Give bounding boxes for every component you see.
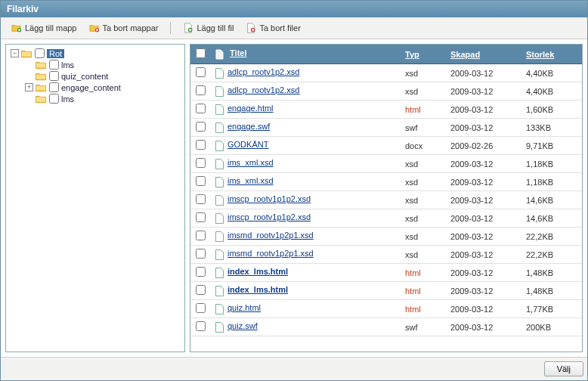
tree-node-checkbox[interactable]: [49, 94, 59, 104]
file-type: xsd: [401, 209, 446, 228]
file-type: xsd: [401, 191, 446, 209]
folder-icon: [36, 94, 47, 104]
file-name-link[interactable]: ims_xml.xsd: [227, 158, 274, 167]
tree-spacer: [25, 94, 33, 103]
file-icon: [215, 231, 224, 242]
table-row[interactable]: quiz.htmlhtml2009-03-121,77KB: [190, 300, 582, 318]
file-list-scroll[interactable]: Titel Typ Skapad Storlek adlcp_rootv1p2.…: [190, 45, 582, 352]
content-area: −Rotlmsquiz_content+engage_contentlms: [1, 39, 587, 357]
file-size: 1,60KB: [521, 101, 582, 119]
header-created[interactable]: Skapad: [446, 45, 521, 64]
tree-node[interactable]: quiz_content: [23, 70, 181, 82]
file-icon: [215, 249, 224, 260]
row-checkbox[interactable]: [196, 122, 206, 132]
table-row[interactable]: index_lms.htmlhtml2009-03-121,48KB: [190, 264, 582, 282]
row-checkbox[interactable]: [196, 267, 206, 277]
header-size[interactable]: Storlek: [521, 45, 582, 64]
tree-node[interactable]: +engage_content: [23, 82, 181, 93]
tree-node-checkbox[interactable]: [49, 71, 59, 81]
select-button[interactable]: Välj: [544, 361, 583, 376]
remove-files-button[interactable]: Ta bort filer: [241, 21, 305, 35]
file-type: xsd: [401, 64, 446, 82]
tree-node-checkbox[interactable]: [49, 60, 59, 70]
row-checkbox[interactable]: [196, 321, 206, 331]
folder-icon: [36, 60, 47, 70]
select-all-checkbox[interactable]: [196, 48, 206, 58]
tree-node[interactable]: lms: [23, 93, 181, 104]
file-name-link[interactable]: adlcp_rootv1p2.xsd: [227, 85, 299, 94]
row-checkbox[interactable]: [196, 303, 206, 313]
file-date: 2009-02-26: [446, 137, 521, 155]
row-checkbox[interactable]: [196, 158, 206, 168]
table-row[interactable]: ims_xml.xsdxsd2009-03-121,18KB: [190, 173, 582, 191]
file-name-link[interactable]: ims_xml.xsd: [227, 176, 274, 185]
table-row[interactable]: ims_xml.xsdxsd2009-03-121,18KB: [190, 155, 582, 173]
toolbar: Lägg till mapp Ta bort mappar Lägg till …: [1, 17, 587, 39]
file-date: 2009-03-12: [446, 318, 521, 336]
remove-folders-button[interactable]: Ta bort mappar: [85, 21, 163, 35]
file-add-icon: [183, 23, 193, 33]
file-name-link[interactable]: quiz.swf: [227, 321, 258, 330]
file-type: xsd: [401, 246, 446, 264]
folder-tree-panel: −Rotlmsquiz_content+engage_contentlms: [5, 44, 185, 352]
table-row[interactable]: engage.htmlhtml2009-03-121,60KB: [190, 101, 582, 119]
row-checkbox[interactable]: [196, 285, 206, 295]
file-name-link[interactable]: imsmd_rootv1p2p1.xsd: [227, 249, 314, 258]
file-name-link[interactable]: adlcp_rootv1p2.xsd: [227, 67, 299, 76]
file-size: 200KB: [521, 318, 582, 336]
file-name-link[interactable]: engage.html: [227, 104, 274, 113]
row-checkbox[interactable]: [196, 104, 206, 113]
file-icon: [215, 177, 224, 187]
file-icon: [215, 213, 224, 224]
file-date: 2009-03-12: [446, 101, 521, 119]
tree-label[interactable]: Rot: [47, 49, 64, 58]
table-row[interactable]: quiz.swfswf2009-03-12200KB: [190, 318, 582, 336]
file-name-link[interactable]: index_lms.html: [227, 285, 288, 294]
header-title[interactable]: Titel: [210, 45, 401, 64]
tree-label[interactable]: quiz_content: [61, 72, 108, 81]
tree-spacer: [25, 60, 33, 69]
table-row[interactable]: engage.swfswf2009-03-12133KB: [190, 119, 582, 137]
tree-node[interactable]: lms: [23, 59, 181, 70]
file-date: 2009-03-12: [446, 209, 521, 228]
header-type[interactable]: Typ: [401, 45, 446, 64]
tree-toggle-icon[interactable]: −: [11, 49, 19, 57]
table-row[interactable]: imscp_rootv1p1p2.xsdxsd2009-03-1214,6KB: [190, 191, 582, 209]
file-type: xsd: [401, 82, 446, 101]
table-row[interactable]: GODKÄNTdocx2009-02-269,71KB: [190, 137, 582, 155]
file-name-link[interactable]: imsmd_rootv1p2p1.xsd: [227, 231, 314, 240]
table-row[interactable]: index_lms.htmlhtml2009-03-121,48KB: [190, 282, 582, 300]
tree-node-checkbox[interactable]: [35, 48, 45, 58]
file-name-link[interactable]: index_lms.html: [227, 267, 288, 276]
file-size: 9,71KB: [521, 137, 582, 155]
table-row[interactable]: adlcp_rootv1p2.xsdxsd2009-03-124,40KB: [190, 64, 582, 82]
row-checkbox[interactable]: [196, 249, 206, 259]
table-row[interactable]: imscp_rootv1p1p2.xsdxsd2009-03-1214,6KB: [190, 209, 582, 228]
file-header-icon: [215, 49, 224, 60]
file-name-link[interactable]: imscp_rootv1p1p2.xsd: [227, 212, 311, 221]
row-checkbox[interactable]: [196, 212, 206, 222]
row-checkbox[interactable]: [196, 176, 206, 186]
row-checkbox[interactable]: [196, 194, 206, 204]
file-name-link[interactable]: quiz.html: [227, 303, 261, 312]
tree-toggle-icon[interactable]: +: [25, 83, 33, 91]
table-row[interactable]: imsmd_rootv1p2p1.xsdxsd2009-03-1222,2KB: [190, 228, 582, 246]
add-file-button[interactable]: Lägg till fil: [178, 21, 238, 35]
row-checkbox[interactable]: [196, 140, 206, 150]
table-row[interactable]: imsmd_rootv1p2p1.xsdxsd2009-03-1222,2KB: [190, 246, 582, 264]
file-name-link[interactable]: engage.swf: [227, 122, 270, 131]
add-folder-button[interactable]: Lägg till mapp: [7, 21, 82, 35]
file-size: 1,18KB: [521, 155, 582, 173]
remove-folders-label: Ta bort mappar: [103, 23, 159, 33]
tree-label[interactable]: engage_content: [61, 83, 121, 92]
row-checkbox[interactable]: [196, 85, 206, 95]
file-name-link[interactable]: imscp_rootv1p1p2.xsd: [227, 194, 311, 203]
tree-label[interactable]: lms: [61, 60, 74, 70]
file-name-link[interactable]: GODKÄNT: [227, 140, 268, 149]
tree-node-root[interactable]: −Rot: [11, 48, 181, 59]
tree-label[interactable]: lms: [61, 94, 74, 104]
row-checkbox[interactable]: [196, 67, 206, 77]
table-row[interactable]: adlcp_rootv1p2.xsdxsd2009-03-124,40KB: [190, 82, 582, 101]
row-checkbox[interactable]: [196, 231, 206, 240]
tree-node-checkbox[interactable]: [49, 82, 59, 92]
